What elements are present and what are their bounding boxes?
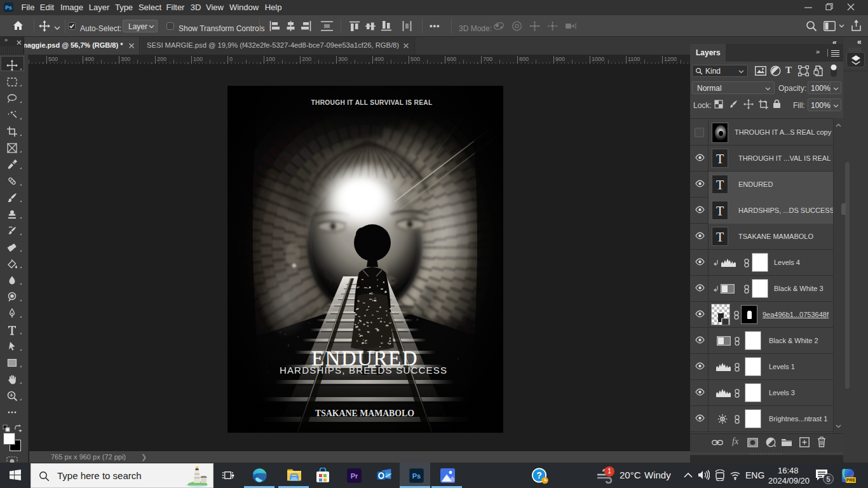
svg-text:?: ?: [536, 470, 542, 480]
svg-text:Ps: Ps: [5, 4, 12, 11]
svg-text:HARDSHIPS, BREEDS SUCCESS: HARDSHIPS, BREEDS SUCCESS: [280, 365, 447, 376]
svg-text:THROUGH IT ALL SURVIVAL IS REA: THROUGH IT ALL SURVIVAL IS REAL: [311, 99, 433, 106]
svg-text:Pr: Pr: [351, 472, 358, 480]
svg-text:TSAKANE MAMABOLO: TSAKANE MAMABOLO: [315, 409, 414, 418]
svg-text:PRE: PRE: [846, 478, 856, 482]
svg-text:Ps: Ps: [412, 472, 421, 480]
